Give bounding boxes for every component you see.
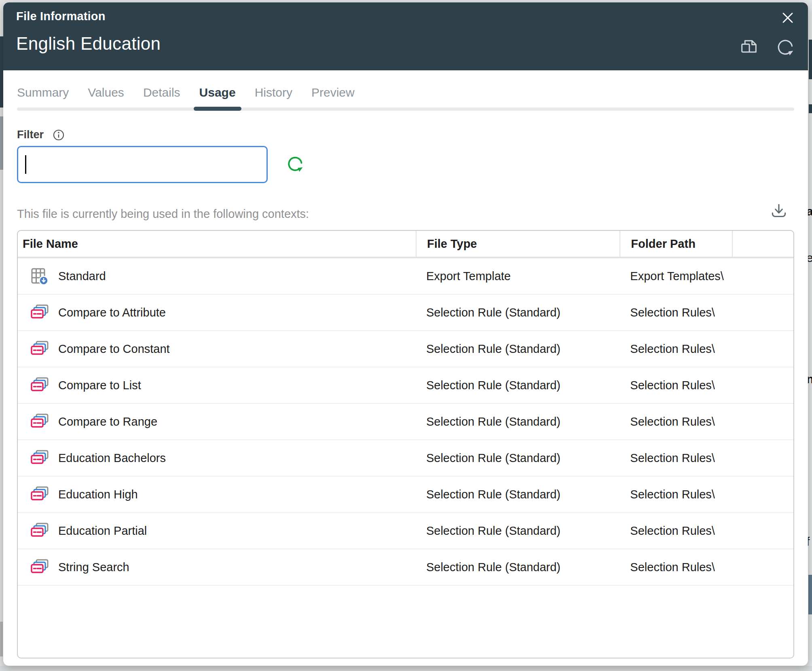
file-type-cell: Export Template <box>416 258 620 294</box>
selection-rule-icon <box>30 486 49 503</box>
column-header-empty <box>732 231 793 257</box>
background-fragment <box>808 575 812 614</box>
empty-cell <box>732 513 793 549</box>
filter-label: Filter <box>17 129 44 141</box>
text-caret <box>25 155 26 174</box>
download-icon <box>769 216 789 222</box>
file-name-cell: Compare to List <box>58 379 141 392</box>
tab-details[interactable]: Details <box>143 85 180 108</box>
file-name-cell: Compare to Range <box>58 415 157 428</box>
background-fragment <box>0 622 3 656</box>
table-row[interactable]: String Search Selection Rule (Standard) … <box>18 549 793 586</box>
table-row[interactable]: Education Partial Selection Rule (Standa… <box>18 513 793 549</box>
selection-rule-icon <box>30 377 49 394</box>
folder-path-cell: Selection Rules\ <box>620 295 732 330</box>
table-row[interactable]: Compare to Constant Selection Rule (Stan… <box>18 331 793 367</box>
file-name-cell: Education High <box>58 488 138 501</box>
empty-cell <box>732 404 793 439</box>
file-type-cell: Selection Rule (Standard) <box>416 367 620 403</box>
selection-rule-icon <box>30 304 49 321</box>
empty-cell <box>732 295 793 330</box>
reload-icon <box>775 53 796 59</box>
column-header-folder-path[interactable]: Folder Path <box>620 231 732 257</box>
file-name-cell: Education Bachelors <box>58 452 166 465</box>
usage-note: This file is currently being used in the… <box>17 207 309 221</box>
selection-rule-icon <box>30 340 49 357</box>
file-type-cell: Selection Rule (Standard) <box>416 477 620 512</box>
table-row[interactable]: Compare to List Selection Rule (Standard… <box>18 367 793 404</box>
refresh-results-button[interactable] <box>285 154 306 175</box>
file-information-dialog: File Information English Education <box>3 2 808 666</box>
info-icon <box>53 136 65 142</box>
tab-preview[interactable]: Preview <box>311 85 355 108</box>
column-header-file-type[interactable]: File Type <box>416 231 620 257</box>
usage-table: File Name File Type Folder Path <box>17 230 794 658</box>
file-name-cell: Compare to Constant <box>58 342 170 356</box>
file-name-cell: Education Partial <box>58 524 147 538</box>
file-type-cell: Selection Rule (Standard) <box>416 549 620 585</box>
empty-cell <box>732 331 793 367</box>
close-icon <box>779 22 797 28</box>
table-row[interactable]: Education Bachelors Selection Rule (Stan… <box>18 440 793 477</box>
close-button[interactable] <box>779 9 797 27</box>
empty-cell <box>732 367 793 403</box>
empty-cell <box>732 258 793 294</box>
table-row[interactable]: Compare to Range Selection Rule (Standar… <box>18 404 793 440</box>
table-row[interactable]: Education High Selection Rule (Standard)… <box>18 477 793 513</box>
refresh-results-icon <box>285 170 306 176</box>
header-actions <box>738 37 796 58</box>
duplicate-file-icon <box>738 53 759 59</box>
file-type-cell: Selection Rule (Standard) <box>416 513 620 549</box>
reload-button[interactable] <box>775 37 796 58</box>
table-body: Standard Export Template Export Template… <box>18 258 793 586</box>
file-type-cell: Selection Rule (Standard) <box>416 404 620 439</box>
dialog-title: File Information <box>16 10 795 23</box>
filter-input[interactable] <box>17 146 268 183</box>
column-header-file-name[interactable]: File Name <box>18 231 416 257</box>
file-type-cell: Selection Rule (Standard) <box>416 440 620 476</box>
page-background: a e n f File Information English Educati… <box>0 0 812 671</box>
tab-values[interactable]: Values <box>88 85 124 108</box>
folder-path-cell: Selection Rules\ <box>620 477 732 512</box>
selection-rule-icon <box>30 559 49 576</box>
file-type-cell: Selection Rule (Standard) <box>416 331 620 367</box>
selection-rule-icon <box>30 449 49 466</box>
dialog-header: File Information English Education <box>3 2 808 70</box>
folder-path-cell: Selection Rules\ <box>620 440 732 476</box>
folder-path-cell: Selection Rules\ <box>620 367 732 403</box>
selection-rule-icon <box>30 522 49 539</box>
background-fragment <box>0 666 812 671</box>
tab-usage[interactable]: Usage <box>199 85 236 108</box>
table-row[interactable]: Standard Export Template Export Template… <box>18 258 793 295</box>
folder-path-cell: Export Templates\ <box>620 258 732 294</box>
empty-cell <box>732 477 793 512</box>
file-name-title: English Education <box>16 34 795 54</box>
empty-cell <box>732 549 793 585</box>
tab-history[interactable]: History <box>255 85 292 108</box>
table-header-row: File Name File Type Folder Path <box>18 231 793 258</box>
download-button[interactable] <box>769 202 789 221</box>
export-template-icon <box>30 267 49 285</box>
background-fragment <box>809 104 812 113</box>
filter-info-button[interactable] <box>53 129 65 141</box>
empty-cell <box>732 440 793 476</box>
duplicate-file-button[interactable] <box>738 37 759 58</box>
file-type-cell: Selection Rule (Standard) <box>416 295 620 330</box>
file-name-cell: Standard <box>58 270 106 283</box>
tab-summary[interactable]: Summary <box>17 85 69 108</box>
tab-bar: SummaryValuesDetailsUsageHistoryPreview <box>17 70 794 111</box>
folder-path-cell: Selection Rules\ <box>620 513 732 549</box>
folder-path-cell: Selection Rules\ <box>620 404 732 439</box>
file-name-cell: Compare to Attribute <box>58 306 166 319</box>
folder-path-cell: Selection Rules\ <box>620 549 732 585</box>
dialog-body: SummaryValuesDetailsUsageHistoryPreview … <box>3 70 808 658</box>
selection-rule-icon <box>30 413 49 430</box>
file-name-cell: String Search <box>58 561 129 574</box>
tab-track <box>17 108 794 111</box>
table-row[interactable]: Compare to Attribute Selection Rule (Sta… <box>18 295 793 331</box>
folder-path-cell: Selection Rules\ <box>620 331 732 367</box>
background-fragment <box>809 40 812 79</box>
